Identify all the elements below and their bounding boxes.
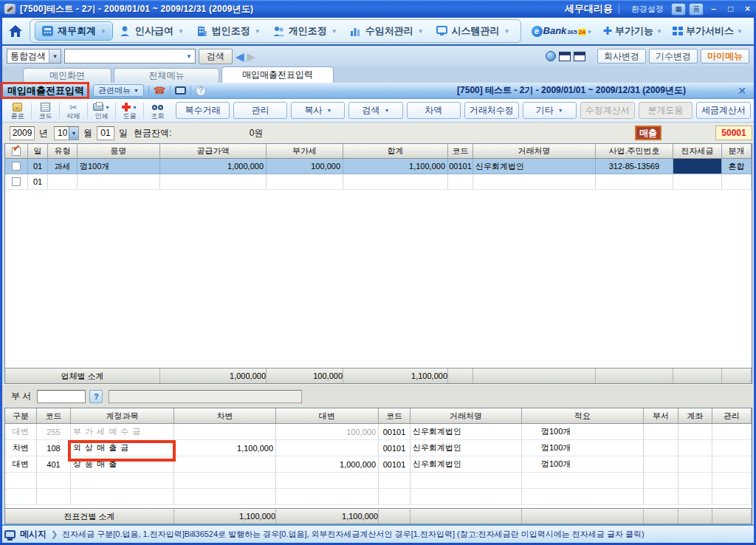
menu-item-label: 법인조정 bbox=[212, 24, 250, 38]
page-title: 매입매출전표입력 bbox=[7, 84, 84, 97]
menu-item-corp-adjust[interactable]: 법인조정 ▼ bbox=[190, 22, 267, 40]
menu-item-hr-payroll[interactable]: 인사급여 ▼ bbox=[113, 22, 190, 40]
menu-item-client-mgmt[interactable]: 수임처관리 ▼ bbox=[343, 22, 430, 40]
copy-button[interactable]: 복사▼ bbox=[291, 102, 345, 119]
network-icon[interactable]: 품 bbox=[689, 3, 704, 16]
ebank-logo-icon: e bbox=[532, 26, 543, 37]
voucher-grid-header: 일 유형 품명 공급가액 부가세 합계 코드 거래처명 사업.주민번호 전자세금… bbox=[5, 144, 752, 159]
scissors-icon: ✂ bbox=[69, 103, 78, 112]
related-menu-button[interactable]: 관련메뉴 ▼ bbox=[93, 84, 144, 97]
maximize-button[interactable]: □ bbox=[724, 3, 738, 15]
globe-icon[interactable] bbox=[546, 51, 556, 61]
chevron-down-icon: ▼ bbox=[255, 28, 261, 35]
table-row[interactable]: 01 과세 껌100개 1,000,000 100,000 1,100,000 … bbox=[5, 159, 752, 174]
code-tool[interactable]: 코드 bbox=[33, 101, 58, 120]
my-menu-button[interactable]: 마이메뉴 bbox=[701, 49, 749, 64]
tax-invoice-button[interactable]: 세금계산서 bbox=[696, 102, 751, 119]
chevron-down-icon: ▼ bbox=[385, 108, 390, 113]
env-settings-link[interactable]: 환경설정 bbox=[631, 4, 664, 15]
check-all-icon[interactable] bbox=[12, 147, 21, 156]
window-title: [7500]테스트 - 2기 - 2009/01/01 ~ 2009/12/31… bbox=[20, 3, 253, 16]
back-arrow-icon[interactable]: ◀ bbox=[236, 51, 244, 62]
month-select[interactable]: 10 ▼ bbox=[54, 126, 79, 140]
close-button[interactable]: × bbox=[740, 3, 755, 15]
menu-right-group: e Bank 365 24 ▼ ✚ 부가기능 ▼ 부가서비스 ▼ bbox=[532, 24, 743, 38]
help-icon[interactable]: ? bbox=[196, 86, 206, 96]
title-bar: [7500]테스트 - 2기 - 2009/01/01 ~ 2009/12/31… bbox=[0, 0, 756, 18]
multi-trade-button[interactable]: 복수거래 bbox=[176, 102, 230, 119]
app-icon bbox=[4, 4, 16, 14]
period-change-button[interactable]: 기수변경 bbox=[649, 49, 698, 64]
day-field[interactable]: 01 bbox=[97, 126, 114, 140]
home-button[interactable] bbox=[6, 22, 25, 40]
person-icon bbox=[119, 25, 131, 37]
department-input[interactable] bbox=[37, 390, 86, 403]
etc-button[interactable]: 기타▼ bbox=[523, 102, 577, 119]
grid-empty-area[interactable] bbox=[5, 190, 752, 368]
menu-item-personal-adjust[interactable]: 개인조정 ▼ bbox=[267, 22, 343, 40]
month-label: 월 bbox=[83, 127, 92, 140]
chevron-down-icon: ▼ bbox=[326, 108, 331, 113]
ebank-menu[interactable]: e Bank 365 24 ▼ bbox=[532, 25, 593, 37]
difference-button[interactable]: 차액 bbox=[407, 102, 461, 119]
menu-item-system-mgmt[interactable]: 시스템관리 ▼ bbox=[430, 22, 516, 40]
home-icon bbox=[8, 24, 23, 38]
search-voucher-button[interactable]: 검색▼ bbox=[348, 102, 402, 119]
tab-voucher-entry[interactable]: 매입매출전표입력 bbox=[221, 66, 334, 83]
print-tool[interactable]: ▼ 인쇄 bbox=[89, 101, 114, 120]
search-scope-select[interactable]: 통합검색 ▼ bbox=[7, 49, 61, 64]
year-field[interactable]: 2009 bbox=[10, 126, 35, 140]
journal-help-button: 분개도움 bbox=[639, 102, 693, 119]
manage-button[interactable]: 관리 bbox=[233, 102, 287, 119]
table-row[interactable]: 01 bbox=[5, 174, 752, 190]
window-icon[interactable] bbox=[559, 52, 571, 61]
tv-icon[interactable] bbox=[175, 86, 186, 95]
chevron-down-icon[interactable]: ▼ bbox=[49, 49, 61, 63]
menu-item-finance[interactable]: 재무회계 ▼ bbox=[35, 21, 113, 41]
exit-tool[interactable]: ← 종료 bbox=[5, 101, 30, 120]
tab-all-menu[interactable]: 전체메뉴 bbox=[114, 68, 219, 83]
chevron-right-icon: ❯ bbox=[51, 529, 58, 539]
window-icon[interactable] bbox=[574, 52, 585, 61]
help-tool[interactable]: ▼ 도움 bbox=[117, 101, 142, 120]
journal-row-empty[interactable] bbox=[5, 473, 752, 489]
department-help-button[interactable]: ? bbox=[89, 390, 103, 403]
row-checkbox[interactable] bbox=[12, 162, 21, 171]
journal-row[interactable]: 대변 401 상 품 매 출 1,000,000 00101 신우회계법인 껌1… bbox=[5, 456, 752, 473]
vendor-edit-button[interactable]: 거래처수정 bbox=[464, 102, 519, 119]
chevron-down-icon[interactable]: ▼ bbox=[69, 127, 78, 140]
chevron-down-icon[interactable]: ▼ bbox=[183, 49, 195, 63]
exit-icon: ← bbox=[13, 103, 22, 112]
menu-item-label: 개인조정 bbox=[289, 24, 327, 38]
lookup-tool[interactable]: 조회 bbox=[145, 101, 170, 120]
phone-icon[interactable]: ☎ bbox=[154, 85, 165, 96]
voucher-subtotal-row: 전표건별 소계 1,100,000 1,100,000 bbox=[5, 508, 752, 524]
menu-group: 재무회계 ▼ 인사급여 ▼ 법인조정 ▼ 개인조정 ▼ 수임처관리 ▼ bbox=[30, 19, 521, 43]
chart-building-icon bbox=[349, 25, 362, 37]
toolbar: ← 종료 코드 ✂ 삭제 ▼ 인쇄 ▼ 도움 조회 복수거래 관리 bbox=[2, 99, 754, 123]
search-button[interactable]: 검색 bbox=[199, 49, 233, 64]
chevron-down-icon: ▼ bbox=[132, 105, 137, 110]
menu-item-addon-service[interactable]: 부가서비스 ▼ bbox=[673, 24, 743, 38]
journal-row[interactable]: 대변 255 부 가 세 예 수 금 100,000 00101 신우회계법인 … bbox=[5, 424, 752, 440]
company-change-button[interactable]: 회사변경 bbox=[597, 49, 646, 64]
menu-item-addon-feature[interactable]: ✚ 부가기능 ▼ bbox=[603, 24, 663, 38]
layout-grid-icon[interactable]: ▦ bbox=[671, 3, 686, 16]
revised-invoice-button: 수정계산서 bbox=[580, 102, 635, 119]
journal-row-empty[interactable] bbox=[5, 489, 752, 505]
minimize-button[interactable]: – bbox=[707, 3, 721, 15]
monitor-icon bbox=[436, 25, 448, 37]
subtotal-label: 업체별 소계 bbox=[5, 369, 160, 383]
highlighted-account-cell: 외 상 매 출 금 bbox=[71, 440, 174, 456]
inner-close-button[interactable]: ✕ bbox=[738, 85, 746, 97]
divider bbox=[619, 4, 619, 14]
delete-tool[interactable]: ✂ 삭제 bbox=[61, 101, 86, 120]
tab-main-screen[interactable]: 메인화면 bbox=[23, 68, 111, 83]
search-input[interactable]: ▼ bbox=[64, 49, 196, 64]
menu-item-label: 인사급여 bbox=[135, 24, 173, 38]
journal-row[interactable]: 차변 108 외 상 매 출 금 1,100,000 00101 신우회계법인 … bbox=[5, 440, 752, 456]
vendor-subtotal-row: 업체별 소계 1,000,000 100,000 1,100,000 bbox=[5, 368, 752, 383]
row-checkbox[interactable] bbox=[12, 177, 21, 186]
etax-selected-cell[interactable] bbox=[673, 159, 722, 174]
forward-arrow-icon[interactable]: ▶ bbox=[247, 51, 256, 62]
